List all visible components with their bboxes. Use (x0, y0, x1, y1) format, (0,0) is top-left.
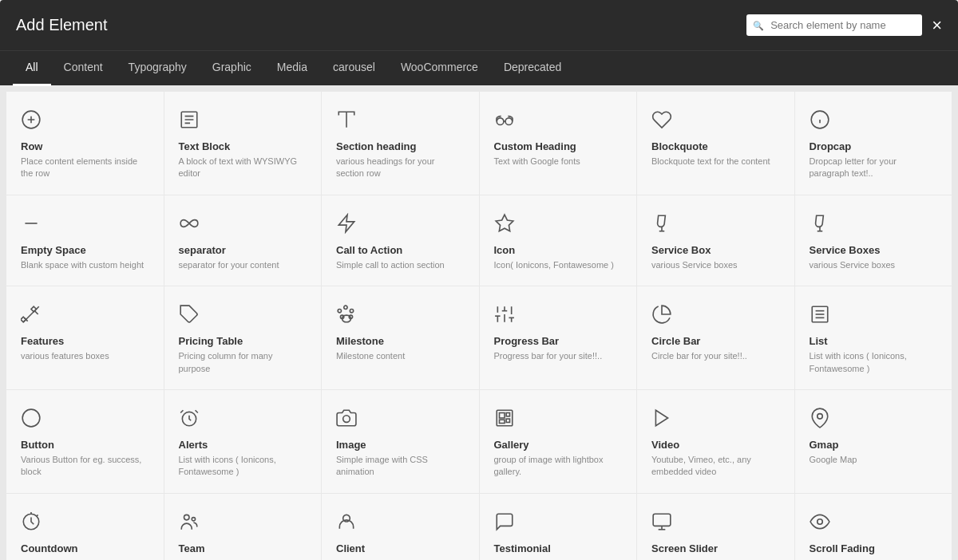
alarm-icon (179, 408, 307, 431)
element-dropcap[interactable]: Dropcap Dropcap letter for your paragrap… (795, 92, 952, 195)
element-custom-heading[interactable]: Custom Heading Text with Google fonts (480, 92, 637, 195)
element-name: Pricing Table (179, 335, 307, 347)
svg-rect-47 (499, 420, 505, 423)
team-icon (179, 511, 307, 534)
element-desc: Blockquote text for the content (651, 156, 780, 168)
element-testimonial[interactable]: Testimonial (480, 494, 637, 560)
svg-point-24 (338, 310, 341, 313)
element-separator[interactable]: separator separator for your content (164, 195, 322, 286)
element-countdown[interactable]: Countdown (6, 494, 164, 560)
play-icon (651, 408, 780, 431)
gallery-icon (494, 408, 623, 431)
element-text-block[interactable]: Text Block A block of text with WYSIWYG … (164, 92, 322, 195)
element-name: Milestone (336, 335, 465, 347)
element-call-to-action[interactable]: Call to Action Simple call to action sec… (322, 195, 479, 286)
element-name: Client (336, 542, 465, 554)
wine-glass2-icon (810, 213, 938, 236)
element-team[interactable]: Team (164, 494, 322, 560)
element-name: Circle Bar (651, 335, 780, 347)
svg-point-42 (343, 416, 350, 423)
svg-marker-14 (338, 215, 354, 232)
element-name: Progress Bar (494, 335, 623, 347)
element-service-boxes[interactable]: Service Boxes various Service boxes (795, 195, 952, 286)
search-icon-wrap (746, 14, 922, 36)
element-desc: A block of text with WYSIWYG editor (179, 156, 307, 180)
element-desc: Pricing column for many purpose (179, 350, 307, 375)
element-alerts[interactable]: Alerts List with icons ( Ionicons, Fonta… (164, 390, 322, 493)
element-service-box[interactable]: Service Box various Service boxes (637, 195, 794, 286)
tab-graphic[interactable]: Graphic (200, 51, 264, 85)
element-name: Gmap (810, 439, 938, 451)
element-list[interactable]: List List with icons ( Ionicons, Fontawe… (795, 286, 952, 389)
tab-media[interactable]: Media (264, 51, 320, 85)
infinity-icon (179, 213, 307, 236)
element-desc: Simple image with CSS animation (336, 454, 465, 479)
glasses-icon (494, 109, 623, 132)
element-empty-space[interactable]: Empty Space Blank space with custom heig… (6, 195, 164, 286)
search-input[interactable] (746, 14, 922, 36)
svg-point-8 (497, 118, 504, 125)
paw-icon (336, 304, 465, 327)
element-gmap[interactable]: Gmap Google Map (795, 390, 952, 493)
element-circle-bar[interactable]: Circle Bar Circle bar for your site!!.. (637, 286, 794, 389)
svg-point-23 (350, 310, 353, 313)
element-name: Alerts (179, 439, 307, 451)
element-desc: Various Button for eg. success, block (21, 454, 149, 479)
element-section-heading[interactable]: Section heading various headings for you… (322, 92, 479, 195)
element-image[interactable]: Image Simple image with CSS animation (322, 390, 479, 493)
element-name: Features (21, 335, 149, 347)
element-desc: Icon( Ionicons, Fontawesome ) (494, 259, 623, 271)
text-block-icon (179, 109, 307, 132)
element-desc: various headings for your section row (336, 156, 465, 180)
monitor-icon (651, 511, 780, 534)
element-desc: Dropcap letter for your paragraph text!.… (810, 156, 938, 180)
element-name: Section heading (336, 140, 465, 152)
svg-marker-48 (655, 410, 667, 426)
close-button[interactable]: × (932, 17, 942, 34)
svg-rect-56 (653, 514, 671, 526)
tab-all[interactable]: All (13, 51, 51, 86)
tab-typography[interactable]: Typography (116, 51, 200, 85)
svg-marker-15 (496, 215, 513, 231)
svg-point-9 (505, 118, 513, 125)
element-screen-slider[interactable]: Screen Slider (637, 494, 794, 560)
element-desc: Milestone content (336, 350, 465, 362)
element-desc: Google Map (810, 454, 938, 466)
tab-woocommerce[interactable]: WooCommerce (388, 51, 491, 85)
add-element-modal: Add Element × All Content Typography Gra… (0, 0, 958, 560)
element-name: Service Boxes (810, 244, 938, 256)
element-row[interactable]: Row Place content elements inside the ro… (6, 92, 164, 195)
element-scroll-fading[interactable]: Scroll Fading (795, 494, 952, 560)
element-name: Row (21, 140, 149, 152)
element-name: Dropcap (810, 140, 938, 152)
tab-content[interactable]: Content (51, 51, 116, 85)
tab-carousel[interactable]: carousel (320, 51, 388, 85)
element-desc: various Service boxes (651, 259, 780, 271)
modal-header: Add Element × (0, 0, 958, 50)
element-name: Button (21, 439, 149, 451)
element-pricing-table[interactable]: Pricing Table Pricing column for many pu… (164, 286, 322, 389)
element-progress-bar[interactable]: Progress Bar Progress bar for your site!… (480, 286, 637, 389)
element-button[interactable]: Button Various Button for eg. success, b… (6, 390, 164, 493)
element-desc: List with icons ( Ionicons, Fontawesome … (810, 350, 938, 375)
element-video[interactable]: Video Youtube, Vimeo, etc., any embedded… (637, 390, 794, 493)
section-heading-icon (336, 109, 465, 132)
camera-icon (336, 408, 465, 431)
wine-glass-icon (651, 213, 780, 236)
element-name: Call to Action (336, 244, 465, 256)
minus-icon (21, 213, 149, 236)
element-desc: Blank space with custom height (21, 259, 149, 271)
element-client[interactable]: Client (322, 494, 479, 560)
element-blockquote[interactable]: Blockquote Blockquote text for the conte… (637, 92, 794, 195)
element-desc: various Service boxes (810, 259, 938, 271)
info-circle-icon (810, 109, 938, 132)
element-icon[interactable]: Icon Icon( Ionicons, Fontawesome ) (480, 195, 637, 286)
svg-rect-44 (499, 412, 505, 418)
element-gallery[interactable]: Gallery group of image with lightbox gal… (480, 390, 637, 493)
element-name: Countdown (21, 542, 149, 554)
element-milestone[interactable]: Milestone Milestone content (322, 286, 479, 389)
svg-point-59 (817, 519, 822, 524)
nav-tabs: All Content Typography Graphic Media car… (0, 50, 958, 85)
tab-deprecated[interactable]: Deprecated (491, 51, 574, 85)
element-features[interactable]: Features various features boxes (6, 286, 164, 389)
